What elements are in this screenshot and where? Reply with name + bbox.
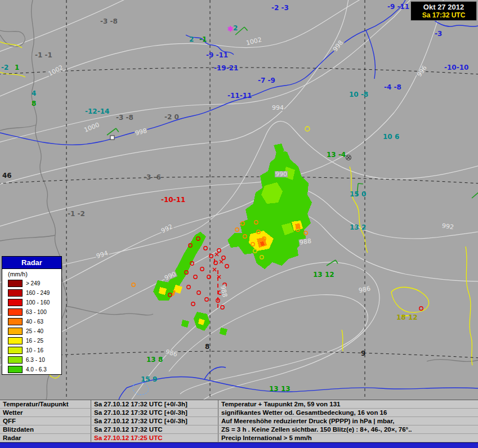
- legend-color-swatch: [8, 289, 23, 297]
- status-row: Temperatur/TaupunktSa 27.10.12 17:32 UTC…: [0, 400, 478, 409]
- legend-entry: 63 - 100: [2, 307, 61, 317]
- station-value: -19-21: [214, 65, 238, 71]
- country-border-gray: [0, 0, 478, 400]
- status-layer-desc: signifikantes Wetter od. Gesamtbedeckung…: [218, 409, 478, 416]
- station-value: -11-11: [227, 92, 252, 99]
- radar-legend-unit: (mm/h): [2, 269, 61, 279]
- horizontal-scrollbar[interactable]: [0, 442, 478, 448]
- station-value: 13 13: [269, 386, 291, 392]
- radar-legend-entries: > 249160 - 249100 - 16063 - 10040 - 6325…: [2, 279, 61, 374]
- legend-color-swatch: [8, 318, 23, 325]
- lightning-circle-icon: [194, 275, 197, 279]
- datetime-box: Okt 27 2012 Sa 17:32 UTC: [410, 1, 477, 21]
- legend-range-label: 63 - 100: [26, 309, 47, 315]
- radar-legend-title: Radar: [2, 257, 61, 269]
- status-layer-time: Sa 27.10.12 17:32 UTC: [91, 425, 218, 433]
- status-layer-time: Sa 27.10.12 17:32 UTC [+0/-3h]: [91, 409, 218, 416]
- legend-color-swatch: [8, 328, 23, 335]
- legend-entry: 25 - 40: [2, 326, 61, 336]
- legend-range-label: 160 - 249: [26, 290, 50, 296]
- station-value: -2 0: [164, 114, 179, 120]
- station-value: -9 -11: [387, 3, 409, 10]
- legend-color-swatch: [8, 299, 23, 306]
- river-lines: [0, 0, 478, 400]
- legend-color-swatch: [8, 337, 23, 344]
- legend-range-label: 40 - 63: [26, 319, 43, 325]
- legend-entry: 10 - 16: [2, 346, 61, 355]
- status-layer-name[interactable]: Wetter: [0, 409, 91, 416]
- status-layer-name[interactable]: Blitzdaten: [0, 425, 91, 433]
- status-layer-name[interactable]: Temperatur/Taupunkt: [0, 400, 91, 408]
- station-value: -1 -2: [68, 210, 85, 217]
- lightning-circle-icon: [205, 298, 208, 301]
- lightning-cross-icon: [213, 268, 216, 271]
- legend-range-label: > 249: [26, 280, 40, 286]
- legend-range-label: 10 - 16: [26, 347, 43, 353]
- legend-range-label: 100 - 160: [26, 299, 50, 306]
- status-layer-name[interactable]: Radar: [0, 434, 91, 442]
- station-value: 13 8: [146, 356, 163, 363]
- time-label: Sa 17:32 UTC: [411, 11, 476, 20]
- station-value: -4 -8: [384, 84, 401, 91]
- grid-coordinate-label: 9: [361, 350, 365, 357]
- station-value: -10-10: [444, 64, 468, 71]
- lightning-circle-icon: [222, 256, 225, 259]
- lightning-circle-icon: [235, 228, 239, 231]
- lightning-circle-icon: [419, 307, 423, 310]
- legend-entry: > 249: [2, 279, 61, 288]
- legend-range-label: 25 - 40: [26, 328, 43, 334]
- status-layer-desc: Temperatur + Taupunkt 2m, 59 von 131: [218, 400, 478, 408]
- station-value: 8: [32, 100, 36, 107]
- isobar-label: 988: [298, 238, 312, 245]
- isobar-label: 990: [275, 171, 288, 177]
- legend-entry: 100 - 160: [2, 298, 61, 307]
- legend-entry: 160 - 249: [2, 288, 61, 298]
- legend-entry: 40 - 63: [2, 317, 61, 326]
- status-layer-name[interactable]: QFF: [0, 417, 91, 425]
- station-value: -3 -8: [100, 18, 118, 25]
- wind-barb-icon: [472, 191, 478, 198]
- station-value: 2: [233, 25, 238, 32]
- station-value: 13 -4: [327, 151, 346, 158]
- station-value: -2: [1, 64, 8, 71]
- status-row: WetterSa 27.10.12 17:32 UTC [+0/-3h]sign…: [0, 409, 478, 417]
- legend-range-label: 6.3 - 10: [26, 357, 45, 363]
- station-value: -3 -8: [116, 114, 133, 121]
- lightning-circle-icon: [197, 291, 200, 294]
- latlon-grid: [0, 0, 478, 400]
- legend-range-label: 16 - 25: [26, 338, 43, 344]
- lightning-cross-icon: [220, 260, 223, 263]
- station-value: 1: [15, 64, 19, 71]
- lightning-circle-icon: [191, 302, 195, 306]
- station-value: 15 0: [350, 191, 366, 198]
- map-area[interactable]: ✱ 10021002100099899899699499499299299099…: [0, 0, 478, 400]
- lightning-circle-icon: [225, 265, 229, 268]
- radar-echoes: [153, 144, 312, 335]
- station-value: 13 12: [313, 271, 334, 278]
- grid-coordinate-label: 46: [2, 172, 12, 179]
- status-layer-desc: Auf Meereshöhe reduzierter Druck (PPPP) …: [218, 417, 478, 425]
- status-row: RadarSa 27.10.12 17:25 UTCPrecip Interna…: [0, 434, 478, 442]
- station-value: -7 -9: [258, 77, 275, 84]
- legend-color-swatch: [8, 280, 23, 287]
- legend-entry: 6.3 - 10: [2, 355, 61, 365]
- legend-color-swatch: [8, 366, 23, 373]
- station-value: 10 6: [383, 133, 399, 140]
- legend-color-swatch: [8, 347, 23, 354]
- status-row: BlitzdatenSa 27.10.12 17:32 UTCZS = 3 h …: [0, 425, 478, 434]
- legend-color-swatch: [8, 308, 23, 316]
- wind-barb-icon: [327, 260, 338, 266]
- radar-legend: Radar (mm/h) > 249160 - 249100 - 16063 -…: [2, 256, 62, 375]
- status-layer-time: Sa 27.10.12 17:32 UTC [+0/-3h]: [91, 417, 218, 425]
- lightning-cross-icon: [215, 253, 218, 256]
- weather-map-app: ✱ 10021002100099899899699499499299299099…: [0, 0, 478, 448]
- map-graphics: ✱: [0, 0, 478, 400]
- status-layer-desc: ZS = 3 h . Keine Zellen sichtbar. 150 Bl…: [218, 425, 478, 433]
- legend-entry: 4.0 - 6.3: [2, 365, 61, 374]
- status-row: QFFSa 27.10.12 17:32 UTC [+0/-3h]Auf Mee…: [0, 417, 478, 425]
- station-value: -1 -1: [35, 52, 52, 59]
- lightning-circle-icon: [200, 267, 204, 271]
- station-value: -1: [199, 36, 207, 43]
- station-value: -10-11: [161, 196, 185, 203]
- lightning-circle-icon: [209, 254, 213, 258]
